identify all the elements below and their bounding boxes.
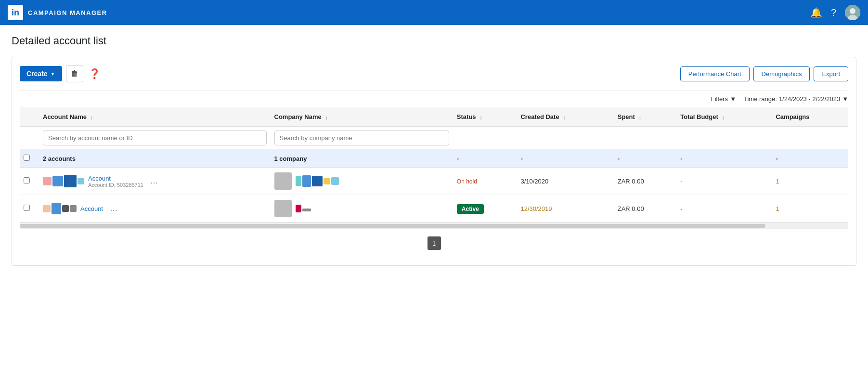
time-range-value: 1/24/2023 - 2/22/2023	[779, 95, 840, 103]
row2-account-thumb	[43, 203, 77, 214]
select-all-header	[20, 107, 39, 127]
row1-checkbox-cell[interactable]	[20, 168, 39, 195]
row2-budget-cell: -	[676, 195, 772, 222]
pagination: 1	[20, 228, 848, 258]
search-campaigns-cell	[772, 127, 848, 150]
row1-account-thumb	[43, 175, 84, 187]
thumb-block	[331, 177, 339, 185]
search-account-input[interactable]	[43, 131, 267, 145]
thumb-block	[52, 176, 63, 186]
thumb-block	[312, 176, 323, 186]
th-spent-label: Spent	[618, 113, 635, 120]
row2-account-name[interactable]: Account	[80, 205, 103, 212]
search-row	[20, 127, 848, 150]
summary-checkbox[interactable]	[20, 150, 39, 168]
sort-status-icon: ↕	[479, 115, 482, 120]
th-company-name[interactable]: Company Name ↕	[271, 107, 453, 127]
summary-companies: 1 company	[271, 150, 453, 168]
create-label: Create	[26, 70, 48, 78]
search-company-input[interactable]	[274, 131, 449, 145]
th-account-name-label: Account Name	[43, 113, 87, 120]
th-total-budget-label: Total Budget	[680, 113, 718, 120]
th-created-date-label: Created Date	[520, 113, 559, 120]
row2-checkbox[interactable]	[24, 205, 30, 211]
thumb-block	[43, 205, 51, 212]
toolbar-right: Performance Chart Demographics Export	[680, 66, 848, 81]
row2-company-logo	[274, 200, 292, 217]
summary-date: -	[517, 150, 613, 168]
row2-company-thumb	[296, 205, 311, 212]
th-campaigns: Campaigns	[772, 107, 848, 127]
th-campaigns-label: Campaigns	[776, 113, 809, 120]
horizontal-scrollbar[interactable]	[20, 222, 848, 228]
row2-company-cell	[271, 195, 453, 222]
select-all-checkbox[interactable]	[24, 155, 30, 161]
question-circle-icon: ❓	[89, 68, 101, 79]
app-title: CAMPAIGN MANAGER	[28, 9, 107, 16]
toolbar-left: Create ▼ 🗑 ❓	[20, 65, 103, 82]
scroll-thumb[interactable]	[20, 224, 765, 228]
summary-campaigns: -	[772, 150, 848, 168]
row1-company-content	[274, 172, 449, 190]
thumb-block	[64, 175, 77, 187]
user-avatar[interactable]	[845, 5, 860, 20]
row1-company-cell	[271, 168, 453, 195]
th-spent[interactable]: Spent ↕	[614, 107, 677, 127]
bell-icon[interactable]: 🔔	[810, 7, 822, 18]
create-button[interactable]: Create ▼	[20, 66, 62, 81]
row1-date-cell: 3/10/2020	[517, 168, 613, 195]
help-button[interactable]: ❓	[87, 66, 103, 81]
filters-button[interactable]: Filters ▼	[711, 95, 736, 103]
thumb-block	[296, 205, 301, 212]
filter-chevron-icon: ▼	[730, 95, 736, 103]
delete-button[interactable]: 🗑	[66, 65, 83, 82]
row1-checkbox[interactable]	[24, 177, 30, 183]
th-account-name[interactable]: Account Name ↕	[39, 107, 271, 127]
table-header-row: Account Name ↕ Company Name ↕ Status ↕	[20, 107, 848, 127]
row2-more-button[interactable]: …	[107, 203, 120, 214]
table-wrapper: Account Name ↕ Company Name ↕ Status ↕	[20, 107, 848, 222]
accounts-table: Account Name ↕ Company Name ↕ Status ↕	[20, 107, 848, 222]
row1-account-content: Account Account ID: 503285711 …	[43, 175, 267, 188]
filters-bar: Filters ▼ Time range: 1/24/2023 - 2/22/2…	[20, 90, 848, 107]
row1-campaigns-cell: 1	[772, 168, 848, 195]
row1-account-name[interactable]: Account	[88, 175, 143, 182]
search-company-cell	[271, 127, 453, 150]
table-row: Account …	[20, 195, 848, 222]
search-checkbox-cell	[20, 127, 39, 150]
page-number-1[interactable]: 1	[428, 236, 441, 250]
main-card: Create ▼ 🗑 ❓ Performance Chart Demograph…	[12, 57, 856, 266]
row1-budget-cell: -	[676, 168, 772, 195]
th-status-label: Status	[457, 113, 476, 120]
row2-account-content: Account …	[43, 203, 267, 214]
row2-status-cell: Active	[453, 195, 517, 222]
summary-accounts: 2 accounts	[39, 150, 271, 168]
row1-status-badge: On hold	[457, 178, 477, 185]
thumb-block	[52, 203, 61, 214]
thumb-block	[302, 209, 311, 211]
row1-spent-cell: ZAR 0.00	[614, 168, 677, 195]
performance-chart-button[interactable]: Performance Chart	[680, 66, 750, 81]
row2-spent-cell: ZAR 0.00	[614, 195, 677, 222]
th-status[interactable]: Status ↕	[453, 107, 517, 127]
row2-checkbox-cell[interactable]	[20, 195, 39, 222]
row1-account-id: Account ID: 503285711	[88, 182, 143, 188]
time-range-chevron-icon: ▼	[842, 95, 848, 103]
row1-company-logo	[274, 172, 292, 190]
help-circle-icon[interactable]: ?	[831, 7, 836, 18]
sort-spent-icon: ↕	[639, 115, 642, 120]
th-total-budget[interactable]: Total Budget ↕	[676, 107, 772, 127]
row1-more-button[interactable]: …	[147, 176, 161, 186]
demographics-button[interactable]: Demographics	[753, 66, 810, 81]
export-button[interactable]: Export	[814, 66, 848, 81]
sort-total-budget-icon: ↕	[722, 115, 725, 120]
chevron-down-icon: ▼	[51, 71, 55, 77]
page-title: Detailed account list	[12, 35, 856, 47]
table-row: Account Account ID: 503285711 …	[20, 168, 848, 195]
thumb-block	[324, 178, 330, 184]
page-wrapper: Detailed account list Create ▼ 🗑 ❓ Perfo…	[0, 25, 868, 366]
time-range-selector[interactable]: Time range: 1/24/2023 - 2/22/2023 ▼	[744, 95, 848, 103]
thumb-block	[302, 175, 311, 187]
trash-icon: 🗑	[71, 69, 78, 78]
th-created-date[interactable]: Created Date ↕	[517, 107, 613, 127]
